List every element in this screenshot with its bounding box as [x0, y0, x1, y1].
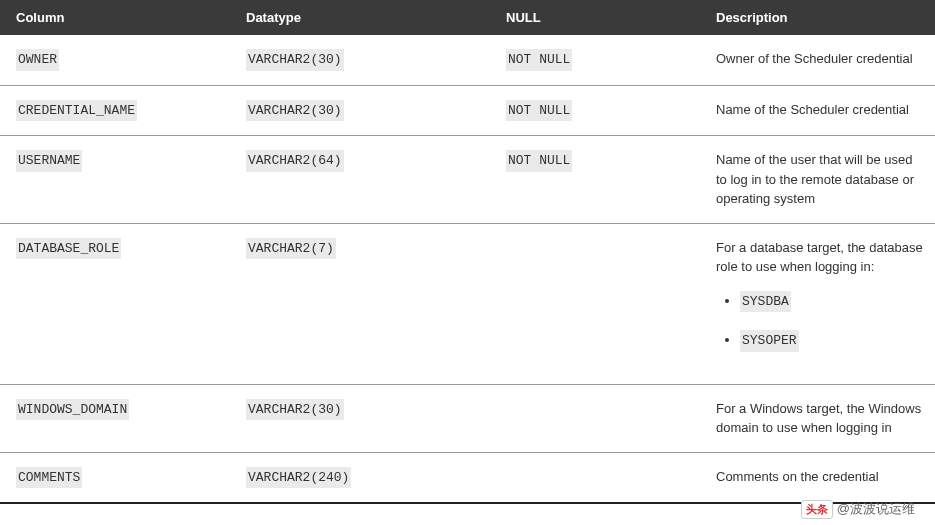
list-item: SYSOPER	[740, 330, 923, 352]
cell-description: Comments on the credential	[700, 452, 935, 503]
datatype-value: VARCHAR2(240)	[246, 467, 351, 489]
cell-null: NOT NULL	[490, 85, 700, 136]
datatype-value: VARCHAR2(30)	[246, 399, 344, 421]
column-name: USERNAME	[16, 150, 82, 172]
null-value: NOT NULL	[506, 100, 572, 122]
watermark-badge: 头条	[801, 500, 833, 519]
cell-datatype: VARCHAR2(240)	[230, 452, 490, 503]
cell-column: CREDENTIAL_NAME	[0, 85, 230, 136]
description-text: Comments on the credential	[716, 469, 879, 484]
datatype-value: VARCHAR2(30)	[246, 49, 344, 71]
cell-null: NOT NULL	[490, 35, 700, 85]
column-name: COMMENTS	[16, 467, 82, 489]
cell-column: WINDOWS_DOMAIN	[0, 384, 230, 452]
cell-datatype: VARCHAR2(30)	[230, 85, 490, 136]
description-text: For a database target, the database role…	[716, 240, 923, 275]
cell-null	[490, 384, 700, 452]
description-text: Name of the Scheduler credential	[716, 102, 909, 117]
list-item-value: SYSOPER	[740, 330, 799, 352]
table-row: DATABASE_ROLEVARCHAR2(7)For a database t…	[0, 223, 935, 384]
datatype-value: VARCHAR2(64)	[246, 150, 344, 172]
datatype-value: VARCHAR2(7)	[246, 238, 336, 260]
cell-description: Owner of the Scheduler credential	[700, 35, 935, 85]
table-row: OWNERVARCHAR2(30)NOT NULLOwner of the Sc…	[0, 35, 935, 85]
table-row: CREDENTIAL_NAMEVARCHAR2(30)NOT NULLName …	[0, 85, 935, 136]
cell-datatype: VARCHAR2(30)	[230, 35, 490, 85]
column-name: WINDOWS_DOMAIN	[16, 399, 129, 421]
cell-null	[490, 452, 700, 503]
description-text: For a Windows target, the Windows domain…	[716, 401, 921, 436]
header-column: Column	[0, 0, 230, 35]
cell-datatype: VARCHAR2(30)	[230, 384, 490, 452]
header-row: Column Datatype NULL Description	[0, 0, 935, 35]
cell-column: DATABASE_ROLE	[0, 223, 230, 384]
list-item: SYSDBA	[740, 291, 923, 313]
column-name: OWNER	[16, 49, 59, 71]
cell-datatype: VARCHAR2(64)	[230, 136, 490, 224]
list-item-value: SYSDBA	[740, 291, 791, 313]
null-value: NOT NULL	[506, 150, 572, 172]
header-datatype: Datatype	[230, 0, 490, 35]
header-description: Description	[700, 0, 935, 35]
cell-datatype: VARCHAR2(7)	[230, 223, 490, 384]
watermark-text: @波波说运维	[837, 501, 915, 516]
description-text: Name of the user that will be used to lo…	[716, 152, 914, 206]
null-value: NOT NULL	[506, 49, 572, 71]
table-row: COMMENTSVARCHAR2(240)Comments on the cre…	[0, 452, 935, 503]
cell-description: For a database target, the database role…	[700, 223, 935, 384]
cell-description: Name of the user that will be used to lo…	[700, 136, 935, 224]
watermark: 头条@波波说运维	[801, 500, 915, 519]
cell-column: OWNER	[0, 35, 230, 85]
cell-description: For a Windows target, the Windows domain…	[700, 384, 935, 452]
datatype-value: VARCHAR2(30)	[246, 100, 344, 122]
schema-table: Column Datatype NULL Description OWNERVA…	[0, 0, 935, 504]
header-null: NULL	[490, 0, 700, 35]
column-name: DATABASE_ROLE	[16, 238, 121, 260]
cell-column: COMMENTS	[0, 452, 230, 503]
cell-null: NOT NULL	[490, 136, 700, 224]
cell-null	[490, 223, 700, 384]
description-list: SYSDBASYSOPER	[716, 291, 923, 352]
table-row: WINDOWS_DOMAINVARCHAR2(30)For a Windows …	[0, 384, 935, 452]
column-name: CREDENTIAL_NAME	[16, 100, 137, 122]
table-row: USERNAMEVARCHAR2(64)NOT NULLName of the …	[0, 136, 935, 224]
cell-description: Name of the Scheduler credential	[700, 85, 935, 136]
cell-column: USERNAME	[0, 136, 230, 224]
description-text: Owner of the Scheduler credential	[716, 51, 913, 66]
